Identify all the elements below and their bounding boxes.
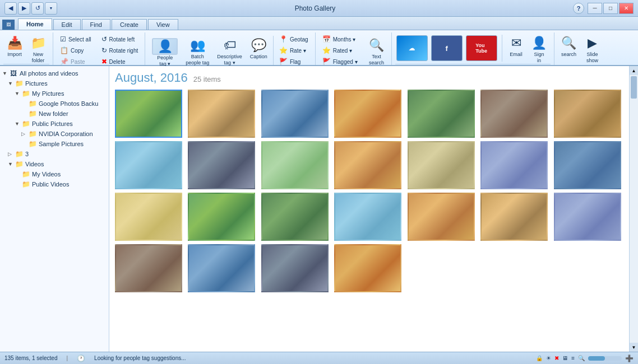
ribbon-group-organize: 👤 Peopletag ▾ 👥 Batchpeople tag 🏷 Descri… (145, 32, 315, 65)
photo-thumb-20[interactable] (480, 193, 548, 241)
photo-thumb-16[interactable] (188, 193, 255, 241)
arrow-my-pictures: ▼ (15, 91, 21, 96)
batch-people-tag-button[interactable]: 👥 Batchpeople tag (182, 36, 212, 65)
photo-thumb-15[interactable] (115, 193, 182, 241)
onedrive-button[interactable]: ☁ (396, 35, 428, 61)
back-button[interactable]: ◀ (4, 2, 17, 15)
people-tag-button[interactable]: 👤 Peopletag ▾ (149, 36, 181, 65)
photo-thumb-17[interactable] (261, 193, 329, 241)
photo-thumb-18[interactable] (334, 193, 401, 241)
rotate-right-button[interactable]: ↻ Rotate right (98, 45, 142, 56)
sign-in-button[interactable]: 👤 Signin (528, 34, 551, 63)
text-search-button[interactable]: 🔍 Textsearch (366, 36, 388, 65)
tab-view[interactable]: View (148, 19, 178, 30)
suggestion-text: Looking for people tag suggestions... (94, 355, 186, 361)
refresh-button[interactable]: ↺ (31, 2, 44, 15)
window-title: Photo Gallery (57, 4, 573, 12)
photo-thumb-7[interactable] (554, 90, 621, 138)
flagged-button[interactable]: 🚩 Flagged ▾ (319, 56, 361, 67)
email-button[interactable]: ✉ Email (506, 34, 527, 63)
photo-thumb-1[interactable] (115, 90, 182, 138)
arrow-videos: ▼ (8, 161, 15, 167)
sidebar-item-all-photos[interactable]: ▼ 🖼 All photos and videos (0, 68, 109, 78)
text-search-icon: 🔍 (369, 38, 384, 53)
tab-edit[interactable]: Edit (53, 19, 81, 30)
sidebar-item-public-videos[interactable]: 📁 Public Videos (0, 179, 109, 189)
tab-create[interactable]: Create (112, 19, 147, 30)
delete-button[interactable]: ✖ Delete (98, 56, 142, 67)
google-photos-icon: 📁 (28, 100, 37, 108)
sidebar-item-new-folder[interactable]: 📁 New folder (0, 109, 109, 119)
close-button[interactable]: ✕ (619, 3, 634, 14)
clock-icon: 🕐 (77, 354, 85, 362)
sidebar-item-public-pictures[interactable]: ▼ 📁 Public Pictures (0, 119, 109, 129)
maximize-button[interactable]: □ (603, 3, 618, 14)
select-all-button[interactable]: ☑ Select all (57, 34, 95, 45)
sidebar-item-sample-pictures[interactable]: 📁 Sample Pictures (0, 139, 109, 149)
sidebar-item-nvidia[interactable]: ▷ 📁 NVIDIA Corporation (0, 129, 109, 139)
photo-thumb-5[interactable] (408, 90, 475, 138)
delete-label: Delete (109, 59, 126, 65)
rate-button[interactable]: ⭐ Rate ▾ (276, 45, 312, 56)
view-group-label (558, 64, 604, 65)
photo-thumb-6[interactable] (480, 90, 548, 138)
scrollbar[interactable]: ▲ ▼ (629, 66, 638, 352)
photo-thumb-3[interactable] (261, 90, 329, 138)
search-icon: 🔍 (561, 36, 576, 50)
zoom-slider[interactable] (588, 356, 622, 361)
photo-thumb-12[interactable] (408, 141, 475, 189)
photo-thumb-9[interactable] (188, 141, 255, 189)
photo-thumb-24[interactable] (261, 244, 329, 292)
tab-home[interactable]: Home (18, 18, 52, 30)
sidebar-item-videos[interactable]: ▼ 📁 Videos (0, 159, 109, 169)
rotate-left-button[interactable]: ↺ Rotate left (98, 34, 142, 45)
photo-thumb-13[interactable] (480, 141, 548, 189)
photo-thumb-19[interactable] (408, 193, 475, 241)
photo-thumb-21[interactable] (554, 193, 621, 241)
scroll-thumb[interactable] (631, 76, 637, 99)
sign-in-icon: 👤 (531, 36, 547, 50)
facebook-button[interactable]: f (431, 35, 463, 61)
sidebar-item-my-videos[interactable]: 📁 My Videos (0, 169, 109, 179)
forward-button[interactable]: ▶ (18, 2, 30, 15)
sidebar-item-folder-3[interactable]: ▷ 📁 3 (0, 149, 109, 159)
scroll-down-button[interactable]: ▼ (630, 343, 638, 352)
slideshow-button[interactable]: ▶ Slideshow (581, 34, 604, 63)
photo-thumb-25[interactable] (334, 244, 401, 292)
delete-icon: ✖ (101, 58, 107, 66)
search-button[interactable]: 🔍 search (558, 34, 580, 63)
photo-grid (115, 90, 623, 292)
import-button[interactable]: 📥 Import (3, 34, 26, 63)
history-button[interactable]: ▼ (45, 2, 57, 15)
copy-button[interactable]: 📋 Copy (57, 45, 95, 56)
zoom-minus-icon[interactable]: 🔍 (578, 355, 585, 361)
ribbon-group-quickfind: 📅 Months ▾ ⭐ Rated ▾ 🚩 Flagged ▾ 🔍 Texts… (316, 32, 392, 65)
photo-thumb-23[interactable] (188, 244, 255, 292)
minimize-button[interactable]: ─ (588, 3, 602, 14)
photo-thumb-4[interactable] (334, 90, 401, 138)
photo-thumb-22[interactable] (115, 244, 182, 292)
geotag-button[interactable]: 📍 Geotag (276, 34, 312, 45)
caption-button[interactable]: 💬 Caption (247, 36, 271, 65)
sidebar-item-pictures[interactable]: ▼ 📁 Pictures (0, 78, 109, 88)
flag-button[interactable]: 🚩 Flag (276, 56, 312, 67)
photo-thumb-2[interactable] (188, 90, 255, 138)
public-videos-label: Public Videos (32, 181, 69, 188)
paste-button[interactable]: 📌 Paste (57, 56, 95, 67)
photo-thumb-8[interactable] (115, 141, 182, 189)
photo-thumb-10[interactable] (261, 141, 329, 189)
youtube-button[interactable]: YouTube (466, 35, 497, 61)
sidebar-item-my-pictures[interactable]: ▼ 📁 My Pictures (0, 88, 109, 99)
help-button[interactable]: ? (573, 3, 584, 14)
scroll-up-button[interactable]: ▲ (630, 66, 638, 75)
months-button[interactable]: 📅 Months ▾ (319, 34, 361, 45)
photo-thumb-14[interactable] (554, 141, 621, 189)
sidebar-item-google-photos[interactable]: 📁 Google Photos Backu (0, 99, 109, 109)
zoom-plus-icon[interactable]: ➕ (625, 354, 634, 362)
new-folder-button[interactable]: 📁 New folder (27, 34, 49, 63)
photo-thumb-11[interactable] (334, 141, 401, 189)
tab-find[interactable]: Find (82, 19, 110, 30)
rated-button[interactable]: ⭐ Rated ▾ (319, 45, 361, 56)
descriptive-tag-button[interactable]: 🏷 Descriptivetag ▾ (214, 36, 246, 65)
arrow-nvidia: ▷ (21, 131, 28, 137)
